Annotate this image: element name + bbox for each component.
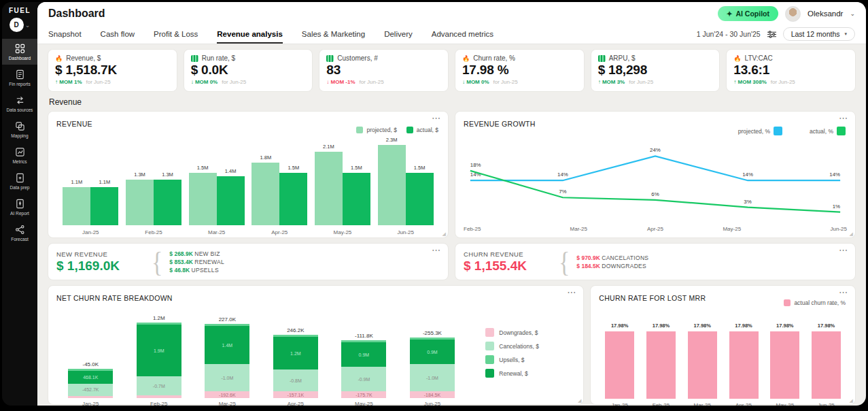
stacked-bar-column: 227.0K1.4M-1.0M-192.6K bbox=[205, 316, 249, 398]
bar bbox=[90, 187, 118, 225]
user-avatar[interactable] bbox=[785, 6, 801, 22]
workspace-switcher[interactable]: D ⌄ bbox=[10, 18, 31, 32]
page-title: Dashboard bbox=[48, 7, 105, 20]
tab-snapshot[interactable]: Snapshot bbox=[48, 25, 82, 44]
chevron-down-icon[interactable]: ⌄ bbox=[850, 10, 855, 17]
bar-group: 1.1M1.1MJan-25 bbox=[63, 179, 118, 235]
legend-actual-churn: actual churn rate, % bbox=[784, 299, 846, 306]
resize-handle[interactable]: ◢ bbox=[442, 231, 446, 237]
more-menu-icon[interactable]: ⋯ bbox=[839, 113, 848, 123]
chevron-down-icon: ▾ bbox=[844, 31, 847, 37]
bar-column: 17.98% bbox=[812, 323, 841, 399]
bar-value-label: 1.1M bbox=[99, 179, 110, 185]
bar bbox=[343, 173, 370, 225]
more-menu-icon[interactable]: ⋯ bbox=[432, 113, 441, 123]
kpi-value: 13.6:1 bbox=[733, 63, 848, 78]
bar bbox=[406, 173, 434, 225]
legend-cancelations: Cancelations, $ bbox=[485, 342, 575, 350]
more-menu-icon[interactable]: ⋯ bbox=[567, 287, 576, 297]
revenue-bar-chart: 1.1M1.1MJan-251.3M1.3MFeb-251.5M1.4MMar-… bbox=[56, 146, 440, 235]
sidebar-item-forecast[interactable]: Forecast bbox=[2, 220, 37, 246]
bar bbox=[378, 145, 406, 225]
bar-column: 17.98% bbox=[605, 323, 634, 399]
flame-icon: 🔥 bbox=[55, 55, 63, 62]
tab-profit-loss[interactable]: Profit & Loss bbox=[154, 25, 198, 44]
point-label: 14% bbox=[829, 171, 840, 178]
sidebar-item-data-prep[interactable]: Data prep bbox=[2, 168, 37, 194]
kpi-card-churn-rate: 🔥Churn rate, % 17.98 % ↓ MOM 0%for Jun-2… bbox=[455, 49, 585, 92]
legend-actual: actual, $ bbox=[406, 127, 438, 133]
date-range-label: 1 Jun'24 - 30 Jun'25 bbox=[697, 30, 761, 38]
bar-chart-icon bbox=[326, 55, 334, 62]
bar-total-label: -111.8K bbox=[355, 333, 373, 339]
ai-copilot-button[interactable]: ✦ AI Copilot bbox=[718, 6, 778, 21]
legend-actual: actual, % bbox=[810, 127, 846, 135]
tab-revenue-analysis[interactable]: Revenue analysis bbox=[217, 25, 283, 44]
tab-cash-flow[interactable]: Cash flow bbox=[101, 25, 135, 44]
resize-handle[interactable]: ◢ bbox=[578, 398, 581, 404]
point-label: 7% bbox=[559, 188, 566, 195]
dashboard-icon bbox=[15, 44, 25, 54]
period-select[interactable]: Last 12 months ▾ bbox=[783, 27, 855, 41]
more-menu-icon[interactable]: ⋯ bbox=[432, 245, 441, 255]
sidebar-item-mapping[interactable]: Mapping bbox=[2, 116, 37, 142]
kpi-card-ltv-cac: 🔥LTV:CAC 13.6:1 ↑ MOM 308%for Jun-25 bbox=[726, 49, 856, 92]
tab-sales-marketing[interactable]: Sales & Marketing bbox=[302, 25, 365, 44]
x-axis-label: May-25 bbox=[334, 229, 352, 235]
brace-glyph: { bbox=[152, 246, 162, 278]
filter-sliders-button[interactable] bbox=[767, 30, 777, 39]
sidebar-item-metrics[interactable]: Metrics bbox=[2, 142, 37, 168]
bar-segment: -0.9M bbox=[341, 367, 386, 391]
x-axis-label: Apr-25 bbox=[617, 226, 694, 232]
bar-value-label: 1.1M bbox=[71, 179, 82, 185]
bar-segment: 1.2M bbox=[273, 337, 318, 369]
breakdown-item: $ 970.9K CANCELATIONS bbox=[576, 254, 648, 261]
x-axis-label: Feb-25 bbox=[646, 402, 676, 406]
bar-segment: 0.9M bbox=[410, 340, 455, 364]
bar bbox=[63, 187, 90, 225]
sidebar-item-dashboard[interactable]: Dashboard bbox=[2, 39, 37, 65]
bar bbox=[688, 331, 717, 399]
bar-group: 1.8M1.5MApr-25 bbox=[251, 154, 307, 235]
resize-handle[interactable]: ◢ bbox=[850, 231, 853, 237]
x-axis-label: Jun-25 bbox=[812, 402, 841, 406]
x-axis-label: Jan-25 bbox=[82, 229, 99, 235]
bar-value-label: 1.3M bbox=[134, 171, 145, 178]
sidebar-item-fin-reports[interactable]: Fin reports bbox=[2, 65, 37, 91]
kpi-value: $ 1,518.7K bbox=[55, 63, 170, 78]
more-menu-icon[interactable]: ⋯ bbox=[839, 245, 848, 255]
x-axis-label: Apr-25 bbox=[729, 402, 759, 406]
chart-title: REVENUE bbox=[56, 120, 92, 128]
brace-glyph: { bbox=[559, 246, 570, 278]
bar bbox=[154, 180, 181, 225]
bar bbox=[770, 331, 799, 399]
stacked-bar-column: -45.0K468.1K-452.7K bbox=[68, 361, 113, 398]
x-axis-label: Feb-25 bbox=[145, 229, 162, 235]
more-menu-icon[interactable]: ⋯ bbox=[839, 287, 848, 297]
x-axis-labels: Feb-25Mar-25Apr-25May-25Jun-25 bbox=[464, 226, 847, 232]
bar-segment: -0.7M bbox=[137, 376, 181, 395]
mom-badge: ↑ MOM 308% bbox=[733, 79, 766, 85]
bar-value-label: 1.5M bbox=[414, 165, 426, 171]
user-name: Oleksandr bbox=[808, 10, 843, 18]
share-nodes-icon bbox=[15, 225, 25, 235]
section-title-revenue: Revenue bbox=[49, 97, 854, 107]
bar bbox=[251, 163, 279, 225]
tab-delivery[interactable]: Delivery bbox=[384, 25, 413, 44]
resize-handle[interactable]: ◢ bbox=[850, 398, 853, 404]
x-axis-label: Jun-25 bbox=[410, 401, 455, 406]
workspace-avatar: D bbox=[10, 18, 24, 32]
sidebar-item-data-sources[interactable]: Data sources bbox=[2, 91, 37, 116]
stacked-bar: 468.1K-452.7K bbox=[68, 369, 113, 398]
sparkle-icon: ✦ bbox=[727, 10, 733, 18]
bar-value-label: 1.4M bbox=[225, 168, 237, 174]
bar-segment: 468.1K bbox=[68, 371, 113, 384]
tab-advanced-metrics[interactable]: Advanced metrics bbox=[432, 25, 493, 44]
bar-segment: -157.1K bbox=[273, 391, 318, 398]
x-axis-labels: Jan-25Feb-25Mar-25Apr-25May-25Jun-25 bbox=[56, 401, 575, 406]
bar-group: 2.1M1.5MMay-25 bbox=[315, 144, 370, 235]
mom-badge: ↓ MOM -1% bbox=[326, 79, 355, 85]
x-axis-label: Jun-25 bbox=[770, 226, 847, 232]
sidebar-item-ai-report[interactable]: AI Report bbox=[2, 194, 37, 220]
x-axis-label: Mar-25 bbox=[205, 401, 249, 406]
